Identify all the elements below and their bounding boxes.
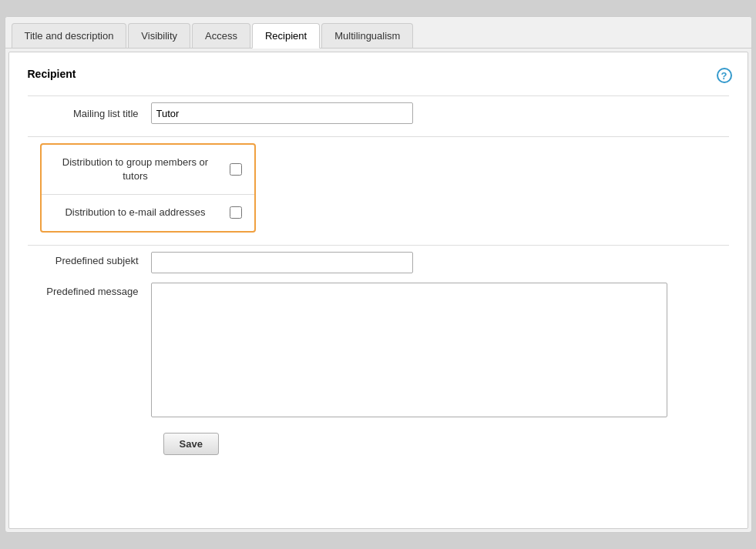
predefined-subject-label: Predefined subjekt: [28, 252, 151, 266]
predefined-subject-row: Predefined subjekt: [28, 252, 729, 273]
help-icon[interactable]: ?: [717, 68, 732, 83]
predefined-message-row: Predefined message: [28, 283, 729, 417]
main-container: Title and description Visibility Access …: [5, 16, 752, 533]
tab-recipient[interactable]: Recipient: [252, 23, 320, 49]
distribution-email-checkbox[interactable]: [230, 206, 242, 219]
separator-1: [28, 95, 729, 96]
separator-2: [28, 136, 729, 137]
separator-3: [28, 245, 729, 246]
predefined-subject-input[interactable]: [151, 252, 413, 273]
tab-visibility[interactable]: Visibility: [128, 23, 190, 48]
distribution-email-row: Distribution to e-mail addresses: [42, 195, 254, 230]
content-area: ? Recipient Mailing list title Distribut…: [8, 52, 748, 529]
distribution-group-checkbox[interactable]: [230, 163, 242, 176]
distribution-group-row: Distribution to group members or tutors: [42, 145, 254, 195]
save-button[interactable]: Save: [163, 433, 219, 455]
tab-title-description[interactable]: Title and description: [12, 23, 127, 48]
distribution-email-label: Distribution to e-mail addresses: [54, 206, 217, 219]
mailing-list-row: Mailing list title: [28, 102, 729, 124]
predefined-message-label: Predefined message: [28, 283, 151, 297]
distribution-group-label: Distribution to group members or tutors: [54, 156, 217, 183]
distribution-box: Distribution to group members or tutors …: [40, 143, 256, 233]
predefined-message-textarea[interactable]: [151, 283, 667, 417]
tab-bar: Title and description Visibility Access …: [5, 17, 751, 49]
section-title: Recipient: [28, 68, 729, 80]
mailing-list-label: Mailing list title: [28, 108, 151, 119]
tab-multilingualism[interactable]: Multilingualism: [321, 23, 413, 48]
tab-access[interactable]: Access: [192, 23, 250, 48]
mailing-list-input[interactable]: [151, 102, 413, 124]
